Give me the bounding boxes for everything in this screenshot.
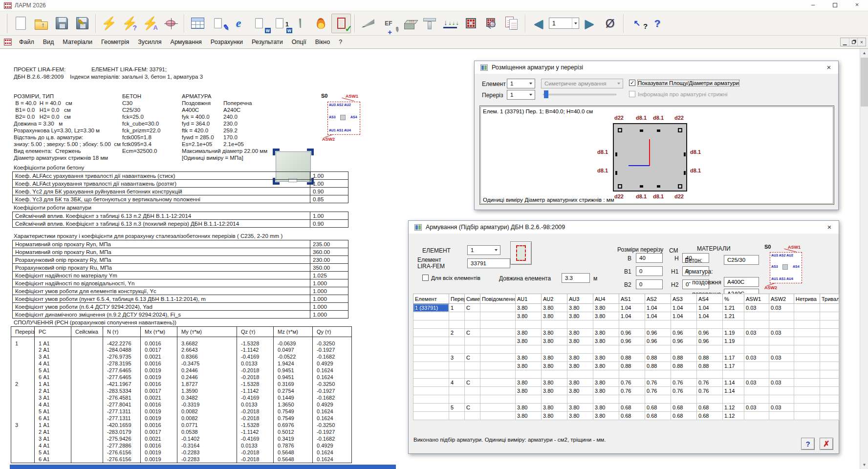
table-cell[interactable]: 3.80: [567, 404, 593, 412]
table-cell[interactable]: 0.03: [769, 329, 794, 337]
table-cell[interactable]: С: [465, 354, 480, 362]
table-cell[interactable]: 0.76: [619, 387, 645, 395]
next-element-button[interactable]: ▶: [580, 14, 599, 33]
table-cell[interactable]: 1.12: [723, 404, 744, 412]
table-cell[interactable]: [480, 304, 516, 312]
table-cell[interactable]: [619, 370, 645, 379]
table-cell[interactable]: С: [465, 404, 480, 412]
table-cell[interactable]: 3.80: [516, 337, 542, 345]
scroll-down-button[interactable]: ▼: [860, 461, 868, 469]
table-cell[interactable]: 3.80: [542, 404, 567, 412]
table-cell[interactable]: [794, 329, 820, 337]
table-cell[interactable]: [413, 404, 449, 412]
table-cell[interactable]: [820, 412, 839, 420]
table-cell[interactable]: 3.80: [516, 404, 542, 412]
mdi-minimize-button[interactable]: ▁: [841, 38, 849, 46]
table-cell[interactable]: [449, 412, 465, 420]
table-cell[interactable]: [820, 404, 839, 412]
table-cell[interactable]: [413, 320, 449, 329]
table-row[interactable]: [413, 370, 839, 379]
calc-text-button[interactable]: ⚡A: [140, 14, 160, 33]
table-cell[interactable]: [645, 370, 671, 379]
close-button[interactable]: ×: [846, 0, 868, 11]
table-cell[interactable]: [465, 337, 480, 345]
table-cell[interactable]: 0.03: [744, 379, 769, 387]
filter-button[interactable]: [290, 14, 310, 33]
table-cell[interactable]: [794, 312, 820, 320]
fire-button[interactable]: [311, 14, 330, 33]
table-cell[interactable]: [820, 337, 839, 345]
table-cell[interactable]: 0.76: [671, 387, 697, 395]
calculate-button[interactable]: ⚡: [99, 14, 119, 33]
table-cell[interactable]: 1.04: [697, 304, 723, 312]
table-cell[interactable]: 3.80: [593, 312, 619, 320]
table-cell[interactable]: 0.68: [645, 412, 671, 420]
menu-item-5[interactable]: Зусилля: [133, 37, 166, 47]
scroll-up-button[interactable]: ▲: [860, 49, 868, 57]
table-cell[interactable]: [593, 395, 619, 404]
table-cell[interactable]: 3.80: [516, 387, 542, 395]
t-section-button[interactable]: [420, 14, 439, 33]
table-row[interactable]: 3.803.803.803.800.760.760.760.761.14: [413, 387, 839, 395]
table-cell[interactable]: [820, 329, 839, 337]
table-cell[interactable]: 1.14: [723, 379, 744, 387]
table-cell[interactable]: 0.96: [671, 329, 697, 337]
prev-element-button[interactable]: ◀: [529, 14, 548, 33]
table-cell[interactable]: [820, 370, 839, 379]
table-cell[interactable]: 3.80: [542, 304, 567, 312]
table-cell[interactable]: [744, 395, 769, 404]
menu-item-1[interactable]: Файл: [15, 37, 39, 47]
menu-item-11[interactable]: ?: [334, 37, 347, 47]
table-cell[interactable]: [480, 337, 516, 345]
table-cell[interactable]: [794, 404, 820, 412]
table-cell[interactable]: [769, 337, 794, 345]
table-view-button[interactable]: [188, 14, 207, 33]
menu-item-9[interactable]: Опції: [287, 37, 311, 47]
table-cell[interactable]: 0.03: [744, 354, 769, 362]
table-cell[interactable]: 1.04: [697, 312, 723, 320]
reinforcement-dialog-titlebar[interactable]: Армування (Підбір арматури) ДБН В.2.6.-9…: [409, 221, 839, 234]
b-field[interactable]: 40: [636, 253, 663, 263]
table-cell[interactable]: 3: [449, 354, 465, 362]
toolbar-handle[interactable]: [6, 14, 7, 33]
calc-question-button[interactable]: ⚡?: [120, 14, 139, 33]
table-cell[interactable]: [542, 395, 567, 404]
table-cell[interactable]: [413, 395, 449, 404]
table-row[interactable]: [413, 320, 839, 329]
table-cell[interactable]: 0.68: [619, 412, 645, 420]
table-row[interactable]: [413, 345, 839, 354]
table-cell[interactable]: [820, 395, 839, 404]
table-cell[interactable]: [645, 320, 671, 329]
table-cell[interactable]: [794, 379, 820, 387]
menu-item-7[interactable]: Розрахунки: [206, 37, 247, 47]
table-cell[interactable]: [449, 370, 465, 379]
table-cell[interactable]: [794, 395, 820, 404]
table-cell[interactable]: 3.80: [542, 329, 567, 337]
table-cell[interactable]: [542, 370, 567, 379]
table-cell[interactable]: [619, 320, 645, 329]
table-cell[interactable]: [465, 320, 480, 329]
show-area-checkbox[interactable]: ✓: [629, 80, 635, 86]
table-cell[interactable]: 0.96: [697, 329, 723, 337]
table-cell[interactable]: [744, 362, 769, 370]
table-cell[interactable]: 0.88: [619, 354, 645, 362]
minimize-button[interactable]: –: [802, 0, 824, 11]
table-cell[interactable]: [769, 320, 794, 329]
word-report-button[interactable]: w: [249, 14, 269, 33]
table-cell[interactable]: 0.68: [619, 404, 645, 412]
table-cell[interactable]: 3.80: [567, 304, 593, 312]
table-cell[interactable]: [413, 312, 449, 320]
table-row[interactable]: 3.803.803.803.800.960.960.960.961.19: [413, 337, 839, 345]
table-cell[interactable]: 0.96: [619, 329, 645, 337]
table-cell[interactable]: 0.96: [619, 337, 645, 345]
table-cell[interactable]: [671, 345, 697, 354]
table-cell[interactable]: [413, 329, 449, 337]
table-cell[interactable]: [619, 395, 645, 404]
copy-pages-button[interactable]: [502, 14, 521, 33]
table-cell[interactable]: 3.80: [567, 412, 593, 420]
table-cell[interactable]: [413, 412, 449, 420]
local-axes-button[interactable]: [161, 14, 180, 33]
table-cell[interactable]: [480, 362, 516, 370]
table-cell[interactable]: [744, 345, 769, 354]
table-cell[interactable]: 3.80: [516, 329, 542, 337]
